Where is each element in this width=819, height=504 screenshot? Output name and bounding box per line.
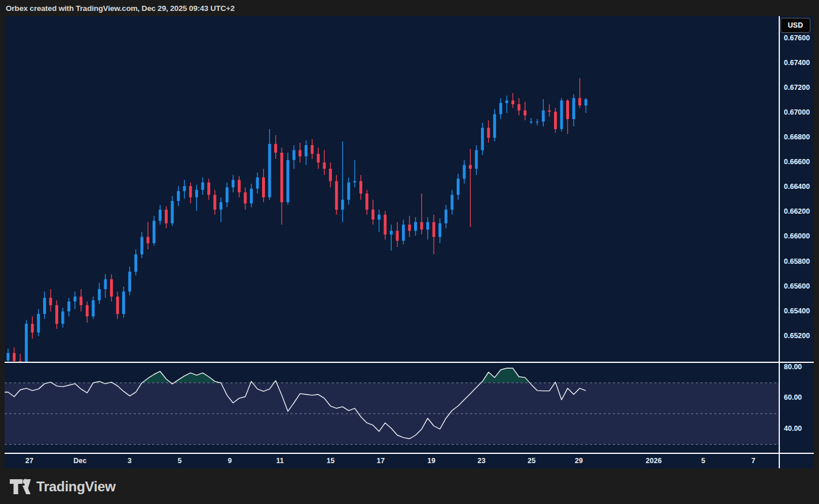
time-tick-label: 11 bbox=[276, 457, 283, 465]
price-tick-label: 0.67200 bbox=[784, 84, 810, 92]
candle-body bbox=[159, 210, 162, 221]
price-tick-label: 0.67400 bbox=[784, 59, 810, 67]
candle-body bbox=[25, 324, 28, 362]
rsi-tick-label: 40.00 bbox=[784, 425, 802, 433]
price-tick-label: 0.65800 bbox=[784, 257, 810, 266]
candle-body bbox=[207, 183, 210, 195]
candle-body bbox=[171, 201, 174, 223]
price-tick-label: 0.66600 bbox=[784, 158, 810, 166]
right-margin-strip bbox=[814, 16, 819, 468]
candle-body bbox=[219, 202, 222, 210]
candle-body bbox=[317, 154, 320, 162]
time-tick-label: 23 bbox=[477, 457, 486, 465]
time-tick-label: 27 bbox=[25, 457, 33, 465]
candle-body bbox=[341, 200, 344, 210]
candle-body bbox=[384, 215, 386, 235]
candle-body bbox=[481, 128, 484, 150]
candle-body bbox=[49, 298, 52, 305]
candle-body bbox=[165, 210, 168, 223]
candle-body bbox=[359, 181, 362, 194]
candlestick-canvas[interactable] bbox=[5, 16, 779, 362]
price-tick-label: 0.65200 bbox=[784, 332, 810, 340]
price-tick-label: 0.66000 bbox=[784, 232, 810, 240]
candle-body bbox=[450, 195, 453, 210]
candle-body bbox=[232, 180, 234, 187]
candle-body bbox=[146, 237, 149, 243]
price-tick-label: 0.66400 bbox=[784, 183, 810, 191]
candle-body bbox=[293, 150, 295, 160]
time-tick-label: 2026 bbox=[646, 457, 662, 465]
price-tick-label: 0.66800 bbox=[784, 133, 810, 141]
candle-body bbox=[505, 101, 508, 103]
candle-body bbox=[13, 353, 16, 361]
price-tick-label: 0.67000 bbox=[784, 108, 810, 116]
candle-body bbox=[274, 144, 277, 153]
candle-body bbox=[43, 298, 46, 314]
time-tick-label: 25 bbox=[528, 457, 536, 465]
candle-body bbox=[141, 237, 143, 254]
candle-body bbox=[280, 153, 283, 202]
time-axis[interactable]: 27Dec35911151719232529202657 bbox=[5, 454, 779, 468]
candle-body bbox=[475, 150, 478, 169]
time-tick-label: 5 bbox=[702, 457, 706, 465]
candle-body bbox=[177, 191, 180, 201]
candle-body bbox=[92, 300, 94, 316]
candle-body bbox=[311, 145, 314, 154]
time-tick-label: 9 bbox=[228, 457, 232, 465]
rsi-canvas[interactable] bbox=[5, 363, 779, 453]
rsi-pane[interactable] bbox=[5, 363, 779, 453]
candle-body bbox=[238, 180, 241, 192]
candle-body bbox=[62, 312, 65, 324]
price-pane[interactable] bbox=[5, 16, 779, 362]
watermark-bar: Orbex created with TradingView.com, Dec … bbox=[0, 0, 819, 16]
candle-body bbox=[244, 192, 247, 203]
watermark-text: Orbex created with TradingView.com, Dec … bbox=[6, 4, 234, 13]
candle-body bbox=[347, 183, 350, 200]
candle-body bbox=[585, 99, 587, 105]
candle-body bbox=[305, 145, 308, 156]
candle-body bbox=[329, 169, 332, 181]
candle-body bbox=[74, 297, 77, 302]
price-axis-separator bbox=[779, 16, 780, 468]
candle-body bbox=[433, 222, 435, 237]
candle-body bbox=[554, 112, 557, 129]
candle-body bbox=[524, 111, 526, 116]
time-tick-label: 29 bbox=[575, 457, 583, 465]
candle-body bbox=[378, 215, 381, 220]
candle-body bbox=[469, 165, 472, 169]
candle-body bbox=[31, 324, 34, 332]
candle-body bbox=[353, 181, 356, 183]
candle-body bbox=[262, 177, 265, 198]
brand-text: TradingView bbox=[36, 479, 116, 495]
candle-body bbox=[214, 195, 217, 210]
candle-body bbox=[110, 279, 113, 297]
candle-body bbox=[122, 291, 125, 314]
candle-body bbox=[268, 144, 271, 198]
rsi-tick-label: 80.00 bbox=[784, 363, 802, 371]
price-axis[interactable]: USD 0.676000.674000.672000.670000.668000… bbox=[780, 16, 814, 468]
candle-body bbox=[286, 160, 289, 202]
candle-body bbox=[463, 165, 466, 179]
time-tick-label: Dec bbox=[74, 457, 87, 465]
candle-body bbox=[530, 122, 533, 122]
candle-body bbox=[408, 225, 411, 231]
candle-body bbox=[86, 305, 89, 316]
candle-body bbox=[153, 221, 156, 243]
price-tick-label: 0.65400 bbox=[784, 307, 810, 315]
candle-body bbox=[55, 305, 58, 324]
footer-bar: TradingView bbox=[0, 469, 819, 504]
candle-body bbox=[560, 101, 563, 130]
candle-body bbox=[134, 255, 137, 272]
candle-body bbox=[511, 101, 514, 105]
currency-badge[interactable]: USD bbox=[780, 18, 810, 33]
candle-body bbox=[572, 98, 575, 119]
candle-body bbox=[371, 210, 374, 219]
candle-body bbox=[335, 181, 338, 210]
candle-body bbox=[420, 222, 423, 230]
pane-separator[interactable] bbox=[5, 362, 814, 363]
candle-body bbox=[37, 314, 40, 332]
time-tick-label: 5 bbox=[178, 457, 182, 465]
candle-body bbox=[536, 122, 539, 122]
candle-body bbox=[67, 301, 70, 311]
candle-body bbox=[366, 194, 369, 210]
